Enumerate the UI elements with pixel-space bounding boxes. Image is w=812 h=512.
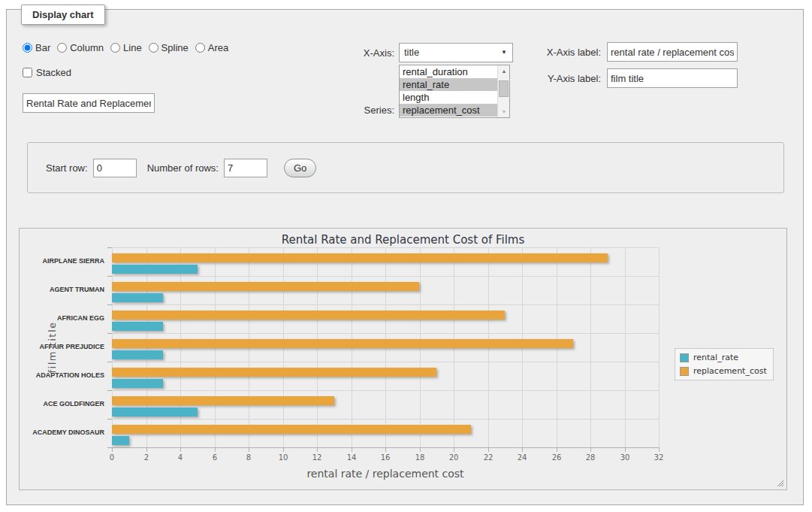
scroll-down-icon[interactable]: ▼: [498, 106, 510, 117]
chart-category-row: [112, 419, 659, 447]
bar-replacement_cost[interactable]: [112, 368, 436, 377]
y-axis-label-input[interactable]: [607, 68, 738, 88]
category-label: AGENT TRUMAN: [20, 276, 106, 304]
start-row-input[interactable]: [93, 159, 137, 177]
x-axis-select-label: X-Axis:: [323, 47, 394, 59]
bar-rental_rate[interactable]: [112, 407, 198, 417]
x-axis-select[interactable]: title ▼: [399, 43, 513, 62]
category-label: ACADEMY DINOSAUR: [20, 419, 106, 447]
num-rows-input[interactable]: [224, 159, 267, 177]
chart-category-row: [112, 247, 659, 276]
legend-item-replacement_cost[interactable]: replacement_cost: [680, 366, 767, 376]
x-tick-label: 0: [101, 453, 123, 462]
radio-label: Column: [70, 42, 104, 53]
radio-column[interactable]: [57, 43, 67, 53]
x-tick-label: 8: [237, 453, 260, 462]
scroll-up-icon[interactable]: ▲: [498, 65, 510, 77]
x-tick-mark: [146, 448, 147, 452]
y-axis-label-label: Y-Axis label:: [517, 73, 601, 84]
bar-rental_rate[interactable]: [112, 379, 163, 388]
x-axis-label-input[interactable]: [607, 42, 738, 62]
series-listbox-scrollbar[interactable]: ▲ ▼: [497, 65, 509, 117]
x-tick-mark: [488, 448, 489, 452]
x-tick-mark: [557, 448, 557, 452]
category-label: AIRPLANE SIERRA: [20, 247, 106, 276]
bar-rental_rate[interactable]: [112, 436, 129, 445]
x-tick-mark: [317, 448, 318, 452]
x-tick-label: 20: [442, 453, 465, 462]
x-tick-label: 6: [204, 453, 226, 462]
start-row-label: Start row:: [46, 162, 88, 174]
series-select-label: Series:: [323, 105, 394, 116]
chart-x-axis-title: rental rate / replacement cost: [112, 468, 659, 480]
x-tick-mark: [385, 448, 386, 452]
x-tick-label: 22: [477, 453, 500, 462]
chart-legend: rental_ratereplacement_cost: [675, 348, 774, 380]
chart-type-option-spline: Spline: [149, 42, 189, 53]
chart-title: Rental Rate and Replacement Cost of Film…: [20, 233, 786, 247]
chart-rows: [112, 247, 659, 447]
chart-type-option-bar: Bar: [23, 42, 50, 53]
chart-title-input[interactable]: [23, 93, 155, 113]
category-label: ADAPTATION HOLES: [20, 362, 106, 390]
bar-rental_rate[interactable]: [112, 350, 163, 359]
chart-category-row: [112, 276, 659, 304]
bar-rental_rate[interactable]: [112, 265, 198, 274]
stacked-row: Stacked: [23, 67, 71, 78]
resize-grip-icon[interactable]: [775, 478, 784, 487]
gridline: [659, 247, 660, 447]
series-option-length[interactable]: length: [400, 91, 497, 104]
series-option-rental_duration[interactable]: rental_duration: [400, 65, 497, 78]
x-tick-label: 28: [579, 453, 602, 462]
radio-area[interactable]: [195, 43, 205, 53]
radio-line[interactable]: [110, 43, 120, 53]
x-tick-mark: [249, 448, 249, 452]
x-tick-mark: [352, 448, 352, 452]
x-axis-label-label: X-Axis label:: [517, 47, 601, 58]
x-tick-label: 30: [614, 453, 636, 462]
legend-item-rental_rate[interactable]: rental_rate: [680, 353, 767, 362]
series-option-rental_rate[interactable]: rental_rate: [400, 78, 497, 91]
x-tick-label: 24: [511, 453, 533, 462]
x-tick-label: 14: [340, 453, 363, 462]
bar-rental_rate[interactable]: [112, 293, 163, 302]
series-listbox-items: rental_durationrental_ratelengthreplacem…: [400, 65, 497, 117]
x-tick-mark: [283, 448, 284, 452]
series-option-replacement_cost[interactable]: replacement_cost: [400, 104, 497, 117]
x-tick-mark: [625, 448, 626, 452]
radio-label: Spline: [161, 42, 189, 53]
stacked-checkbox[interactable]: [23, 68, 32, 77]
x-tick-mark: [420, 448, 421, 452]
bar-replacement_cost[interactable]: [112, 282, 419, 291]
bar-rental_rate[interactable]: [112, 322, 163, 331]
series-listbox[interactable]: rental_durationrental_ratelengthreplacem…: [399, 65, 510, 118]
bar-replacement_cost[interactable]: [112, 396, 334, 405]
x-tick-label: 18: [409, 453, 431, 462]
x-tick-mark: [659, 448, 660, 452]
go-button[interactable]: Go: [284, 159, 316, 177]
chart-type-option-area: Area: [195, 42, 228, 53]
chart-type-options: BarColumnLineSplineArea: [23, 42, 235, 53]
bar-replacement_cost[interactable]: [112, 425, 471, 434]
radio-label: Area: [208, 42, 228, 53]
bar-replacement_cost[interactable]: [112, 339, 573, 348]
chevron-down-icon: ▼: [501, 44, 507, 62]
x-axis-selected-value: title: [404, 47, 419, 58]
chart-plot-area: [112, 247, 659, 447]
fieldset-legend: Display chart: [21, 5, 105, 25]
category-label: ACE GOLDFINGER: [20, 390, 106, 419]
scrollbar-thumb[interactable]: [499, 80, 509, 97]
x-tick-mark: [180, 448, 181, 452]
radio-bar[interactable]: [23, 43, 32, 53]
y-tick-mark: [107, 447, 112, 448]
bar-replacement_cost[interactable]: [112, 253, 608, 262]
legend-swatch-icon: [680, 367, 689, 376]
radio-label: Line: [123, 42, 142, 53]
chart-category-row: [112, 333, 659, 362]
rows-panel: Start row: Number of rows: Go: [27, 142, 784, 193]
x-tick-mark: [112, 448, 113, 452]
legend-swatch-icon: [680, 353, 689, 362]
bar-replacement_cost[interactable]: [112, 311, 505, 320]
radio-spline[interactable]: [149, 43, 158, 53]
chart-category-labels: AIRPLANE SIERRAAGENT TRUMANAFRICAN EGGAF…: [20, 247, 106, 447]
